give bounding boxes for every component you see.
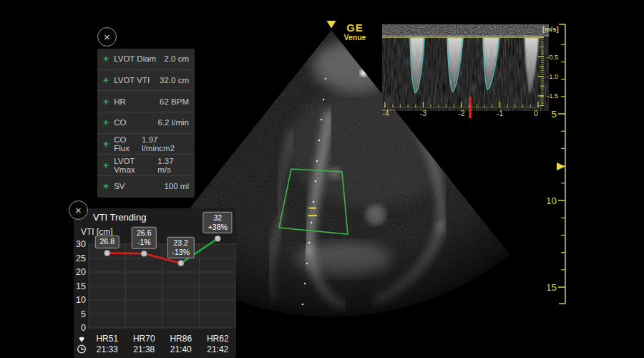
brand-line1: GE [334,22,376,33]
svg-text:-4: -4 [382,109,389,117]
spectrum-noise-band [382,25,540,36]
measurement-value: 1.97 l/mincm2 [142,135,189,153]
svg-text:5: 5 [81,309,86,319]
svg-text:10: 10 [76,295,86,305]
svg-text:0: 0 [534,109,538,117]
svg-text:HR70: HR70 [133,334,155,344]
measurement-row[interactable]: +SV100 ml [97,175,195,197]
close-icon: × [75,204,82,216]
svg-text:21:33: 21:33 [97,344,118,354]
add-measurement-icon[interactable]: + [103,97,109,107]
measurement-label: HR [114,97,126,106]
measurement-row[interactable]: +LVOT Diam2.0 cm [97,49,195,69]
measurement-value: 100 ml [164,182,189,190]
measurement-row[interactable]: +LVOT Vmax1.37 m/s [97,154,195,175]
svg-text:-1: -1 [497,109,503,117]
svg-text:21:38: 21:38 [133,344,155,354]
measurement-row[interactable]: +CO6.2 l/min [97,112,195,133]
focus-marker[interactable] [557,163,565,170]
svg-text:-2: -2 [458,109,464,117]
svg-text:25: 25 [76,253,86,263]
add-measurement-icon[interactable]: + [103,75,109,85]
add-measurement-icon[interactable]: + [103,54,109,64]
svg-text:15: 15 [76,281,86,291]
depth-ruler-marks: 51015 [547,24,565,304]
doppler-spectrum: -4-3-2-10 [m/s]-0.5-1.0-1.5 [382,20,565,120]
depth-ruler: 51015 [547,20,576,314]
measurement-row[interactable]: +LVOT VTI32.0 cm [97,69,195,91]
svg-text:5: 5 [551,109,557,120]
measurement-row[interactable]: +HR62 BPM [97,90,195,112]
trending-close-button[interactable]: × [69,200,88,220]
measurement-label: CO [114,118,126,127]
measurement-label: SV [114,182,125,190]
measurement-label: CO Flux [114,135,142,153]
measurement-label: LVOT Vmax [114,157,157,174]
y-axis-tick-labels: 051015202530 [76,239,86,333]
add-measurement-icon[interactable]: + [103,160,109,170]
measurement-label: LVOT VTI [114,76,150,84]
brand-logo: GE Venue [334,22,376,43]
svg-text:-3: -3 [420,109,426,117]
add-measurement-icon[interactable]: + [103,181,109,191]
heart-icon: ♥ [79,334,84,344]
add-measurement-icon[interactable]: + [103,117,109,127]
measurement-value: 1.37 m/s [157,157,189,174]
svg-text:HR62: HR62 [207,334,229,344]
measurement-row[interactable]: +CO Flux1.97 l/mincm2 [97,133,195,155]
measurements-close-button[interactable]: × [97,27,117,47]
svg-text:15: 15 [547,282,557,293]
add-measurement-icon[interactable]: + [103,139,109,149]
svg-text:21:42: 21:42 [207,344,228,354]
svg-text:30: 30 [76,239,86,249]
vti-trend-chart: 051015202530HR51HR70HR86HR6221:3321:3821… [74,208,236,358]
brand-line2: Venue [334,33,376,43]
svg-text:21:40: 21:40 [170,344,192,354]
measurements-panel: +LVOT Diam2.0 cm+LVOT VTI32.0 cm+HR62 BP… [97,49,195,198]
measurement-value: 2.0 cm [164,54,189,63]
svg-text:10: 10 [547,195,557,206]
time-axis-row: 21:3321:3821:4021:42 [97,344,229,354]
measurement-label: LVOT Diam [114,54,156,63]
vti-trending-panel: VTI Trending VTI [cm] 051015202530HR51HR… [74,208,236,358]
close-icon: × [104,31,110,43]
svg-text:0: 0 [81,323,86,333]
hr-axis-row: HR51HR70HR86HR62 [96,334,229,344]
svg-text:HR86: HR86 [170,334,192,344]
svg-text:HR51: HR51 [96,334,118,344]
measurement-value: 6.2 l/min [158,118,189,127]
svg-text:20: 20 [76,267,86,277]
measurement-value: 32.0 cm [160,76,189,84]
clock-icon [78,345,86,353]
measurement-value: 62 BPM [160,97,189,106]
